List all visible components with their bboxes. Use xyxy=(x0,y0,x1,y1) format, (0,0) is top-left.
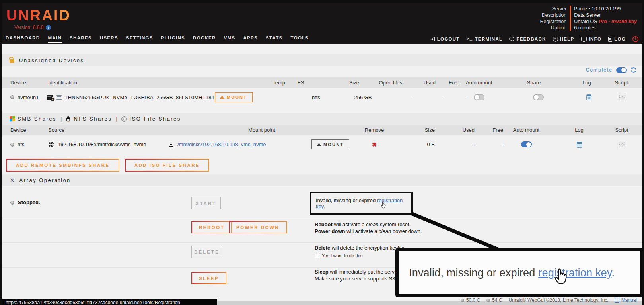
registration-value: Unraid OS Pro - invalid key xyxy=(570,18,637,25)
used-cell: - xyxy=(435,141,475,147)
column-header: Free xyxy=(475,127,503,133)
section-title: Array Operation xyxy=(19,177,71,183)
share-device-name[interactable]: nfs xyxy=(18,141,24,147)
reboot-button[interactable]: REBOOT xyxy=(191,221,232,233)
registration-label: Registration xyxy=(540,18,570,25)
iso-file-shares-tab[interactable]: ISO File Shares xyxy=(121,116,181,122)
column-header: Size xyxy=(316,80,359,86)
browser-status-url: https://f75638aa12fb340c8dcdd63d6f1ffd73… xyxy=(2,299,217,305)
help-icon: ? xyxy=(553,37,558,42)
disk-add-icon[interactable] xyxy=(47,95,53,100)
open-files-cell: - xyxy=(372,94,413,100)
column-header: Free xyxy=(436,80,459,86)
column-header: Size xyxy=(393,127,435,133)
divider: | xyxy=(60,116,62,122)
server-label: Server xyxy=(540,6,570,12)
share-log-icon[interactable] xyxy=(577,142,582,148)
unraid-main-page: UNRAID Version: 6.6.0 i Server Prime • 1… xyxy=(0,0,644,305)
column-header: Temp xyxy=(254,80,285,86)
unassigned-device-row: nvme0n1 THNSN5256GPUK_NVMe_TOSHIBA_256GB… xyxy=(2,88,642,106)
device-status-icon xyxy=(10,95,14,99)
refresh-icon[interactable] xyxy=(630,67,637,73)
column-header: Log xyxy=(549,127,609,133)
column-header: Identification xyxy=(48,80,195,86)
shares-table-header: Device Source Mount point Remove Size Us… xyxy=(2,125,642,135)
nav-actions: LOGOUT >_ TERMINAL FEEDBACK ? HELP INFO … xyxy=(430,36,638,42)
feedback-button[interactable]: FEEDBACK xyxy=(509,37,546,41)
version-label: Version: 6.6.0 i xyxy=(14,25,51,30)
feedback-icon xyxy=(509,37,514,41)
disc-icon xyxy=(121,116,127,122)
log-button[interactable]: LOG xyxy=(608,37,626,42)
snowflake-icon: ✳ xyxy=(10,177,15,183)
delete-confirm-checkbox[interactable] xyxy=(315,254,319,258)
unraid-logo[interactable]: UNRAID xyxy=(6,7,71,24)
registration-warning-box: Invalid, missing or expired registration… xyxy=(310,192,413,215)
tab-apps[interactable]: APPS xyxy=(243,35,258,43)
terminal-icon: >_ xyxy=(467,37,473,41)
complete-label[interactable]: Complete xyxy=(586,67,613,73)
footer-copyright: Unraid® WebGui ©2018, Lime Technology, I… xyxy=(508,297,608,303)
server-value: Prime • 10.10.20.199 xyxy=(570,6,637,12)
manual-link[interactable]: Manual xyxy=(621,297,637,303)
column-header: Used xyxy=(435,127,475,133)
device-log-icon[interactable] xyxy=(586,94,591,100)
share-mount-button[interactable]: MOUNT xyxy=(311,139,349,149)
smb-shares-tab[interactable]: SMB Shares xyxy=(10,116,56,122)
unlock-icon[interactable] xyxy=(10,59,14,63)
tab-stats[interactable]: STATS xyxy=(266,35,283,43)
column-header: FS xyxy=(285,80,316,86)
tab-shares[interactable]: SHARES xyxy=(70,35,92,43)
tab-users[interactable]: USERS xyxy=(100,35,118,43)
tab-plugins[interactable]: PLUGINS xyxy=(161,35,185,43)
info-button[interactable]: INFO xyxy=(581,37,602,41)
terminal-button[interactable]: >_ TERMINAL xyxy=(467,37,503,41)
device-name[interactable]: nvme0n1 xyxy=(18,94,39,100)
free-cell: - xyxy=(445,94,467,100)
add-iso-file-share-button[interactable]: ADD ISO FILE SHARE xyxy=(125,159,209,172)
start-button[interactable]: START xyxy=(191,197,221,209)
mount-point-link[interactable]: /mnt/disks/192.168.10.198_vms_nvme xyxy=(177,141,266,147)
remove-x-icon[interactable]: ✖ xyxy=(372,141,377,148)
power-alert-icon[interactable] xyxy=(632,36,638,42)
unassigned-devices-header: Unassigned Devices xyxy=(2,54,642,66)
tab-vms[interactable]: VMS xyxy=(224,35,235,43)
tab-tools[interactable]: TOOLS xyxy=(291,35,309,43)
hand-cursor-icon xyxy=(380,201,387,209)
help-button[interactable]: ? HELP xyxy=(553,37,574,42)
delete-button[interactable]: DELETE xyxy=(191,246,222,258)
tab-docker[interactable]: DOCKER xyxy=(193,35,216,43)
share-script-icon[interactable]: </> xyxy=(619,142,625,147)
nfs-shares-tab[interactable]: NFS Shares xyxy=(66,116,112,122)
globe-icon xyxy=(48,141,54,147)
sleep-button[interactable]: SLEEP xyxy=(191,272,226,284)
mount-button[interactable]: MOUNT xyxy=(215,92,253,102)
tab-dashboard[interactable]: DASHBOARD xyxy=(6,35,40,43)
registration-warning-zoom: Invalid, missing or expired registration… xyxy=(395,248,643,297)
tab-main[interactable]: MAIN xyxy=(48,35,62,43)
power-down-button[interactable]: POWER DOWN xyxy=(229,221,287,233)
version-info-icon[interactable]: i xyxy=(46,25,51,30)
auto-mount-toggle[interactable] xyxy=(521,141,532,147)
windows-icon xyxy=(10,116,15,122)
registration-key-link-large[interactable]: registration key xyxy=(538,267,611,279)
footer-temp2: 54 C xyxy=(492,297,502,303)
nav-bar: DASHBOARD MAIN SHARES USERS SETTINGS PLU… xyxy=(6,34,638,44)
complete-toggle[interactable] xyxy=(616,67,627,73)
delete-confirm-label: Yes I want to do this xyxy=(322,252,363,259)
column-header: Used xyxy=(402,80,436,86)
device-script-icon[interactable]: </> xyxy=(619,95,625,100)
column-header: Auto mount xyxy=(503,127,549,133)
column-header: Mount point xyxy=(168,127,355,133)
nav-tabs: DASHBOARD MAIN SHARES USERS SETTINGS PLU… xyxy=(6,35,309,43)
add-remote-smb-nfs-share-button[interactable]: ADD REMOTE SMB/NFS SHARE xyxy=(6,159,119,172)
logout-icon xyxy=(430,37,435,42)
column-header: Script xyxy=(609,127,634,133)
mount-icon xyxy=(317,143,321,146)
share-toggle[interactable] xyxy=(533,94,544,100)
download-icon xyxy=(168,142,174,147)
logout-button[interactable]: LOGOUT xyxy=(430,37,460,42)
tab-settings[interactable]: SETTINGS xyxy=(126,35,153,43)
auto-mount-toggle[interactable] xyxy=(474,94,484,100)
share-row: nfs 192.168.10.198://mnt/disks/vms_nvme … xyxy=(2,135,642,153)
